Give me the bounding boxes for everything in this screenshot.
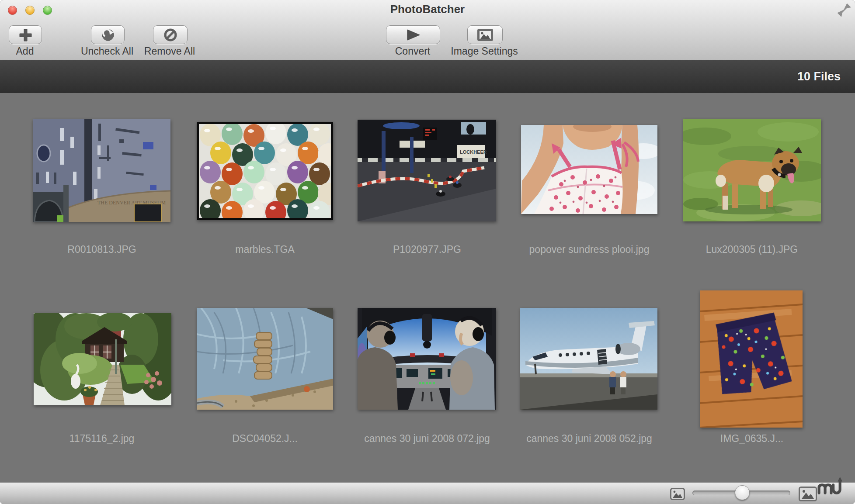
filename-label: P1020977.JPG <box>393 244 461 255</box>
thumbnail-dsc04052[interactable] <box>197 308 333 410</box>
convert-button[interactable] <box>386 25 440 44</box>
thumbnail-img0635[interactable] <box>700 290 803 428</box>
zoom-out-image-icon[interactable] <box>670 488 685 500</box>
filename-label: cannes 30 juni 2008 052.jpg <box>526 433 652 445</box>
file-count: 10 Files <box>797 70 841 83</box>
thumbnail-popover-sundress[interactable] <box>521 125 657 214</box>
thumbnail-cannes-052[interactable] <box>520 308 657 410</box>
thumbnail-lux200305[interactable] <box>683 119 821 221</box>
picture-icon <box>476 28 494 42</box>
uncheck-all-button[interactable] <box>91 25 125 44</box>
thumbnail-grid: THE DENVER ART MUSEUM <box>0 93 855 483</box>
window-title: PhotoBatcher <box>0 3 855 16</box>
image-settings-label: Image Settings <box>451 45 518 57</box>
image-settings-button[interactable] <box>467 25 503 44</box>
photobatcher-window: PhotoBatcher Add Uncheck All <box>0 0 855 504</box>
zoom-in-image-icon[interactable] <box>799 487 817 501</box>
filename-label: R0010813.JPG <box>67 244 136 255</box>
thumbnail-marbles[interactable] <box>197 122 333 220</box>
thumbnail-r0010813[interactable]: THE DENVER ART MUSEUM <box>33 119 170 222</box>
remove-all-button[interactable] <box>153 25 188 44</box>
convert-label: Convert <box>395 45 431 57</box>
filename-label: 1175116_2.jpg <box>70 433 135 445</box>
play-icon <box>405 29 421 41</box>
thumbnail-p1020977[interactable]: LOCKHEER <box>358 120 496 221</box>
mu-watermark-logo <box>817 475 844 495</box>
thumbnail-1175116[interactable] <box>34 313 171 405</box>
prohibition-icon <box>163 28 177 42</box>
uncheck-all-label: Uncheck All <box>81 45 133 57</box>
filename-label: cannes 30 juni 2008 072.jpg <box>364 433 490 445</box>
thumbnail-cannes-072[interactable] <box>358 308 496 410</box>
filename-label: IMG_0635.J... <box>720 433 783 445</box>
filename-label: popover sundress plooi.jpg <box>529 244 650 255</box>
add-button[interactable] <box>9 25 42 44</box>
expand-arrows-icon[interactable] <box>838 3 851 17</box>
filename-label: marbles.TGA <box>235 244 294 255</box>
bottom-bar <box>0 482 855 504</box>
thumbnail-zoom-slider[interactable] <box>692 490 790 495</box>
titlebar-toolbar: PhotoBatcher Add Uncheck All <box>0 0 855 60</box>
circular-arrow-icon <box>101 28 115 42</box>
remove-all-label: Remove All <box>144 45 195 57</box>
files-count-bar: 10 Files <box>0 60 855 93</box>
filename-label: Lux200305 (11).JPG <box>706 244 798 255</box>
filename-label: DSC04052.J... <box>232 433 298 445</box>
plus-icon <box>18 28 33 42</box>
banner-text: LOCKHEER <box>460 149 487 155</box>
add-label: Add <box>16 45 34 57</box>
zoom-slider-knob[interactable] <box>735 485 750 500</box>
